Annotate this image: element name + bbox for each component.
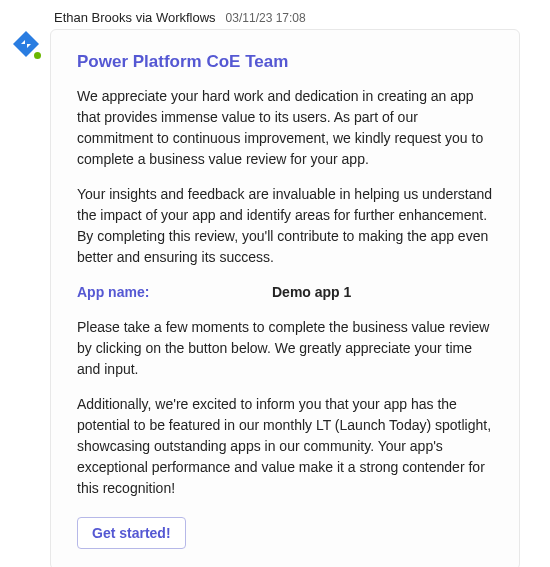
app-name-value: Demo app 1 [272,282,351,303]
card-paragraph: Please take a few moments to complete th… [77,317,493,380]
message-header: Ethan Brooks via Workflows 03/11/23 17:0… [50,10,540,25]
message-timestamp: 03/11/23 17:08 [226,11,306,25]
card-paragraph: Additionally, we're excited to inform yo… [77,394,493,499]
adaptive-card: Power Platform CoE Team We appreciate yo… [50,29,520,567]
message-body: Ethan Brooks via Workflows 03/11/23 17:0… [50,10,540,567]
app-name-label: App name: [77,282,272,303]
presence-available-icon [32,50,43,61]
card-title: Power Platform CoE Team [77,52,493,72]
card-paragraph: Your insights and feedback are invaluabl… [77,184,493,268]
card-paragraph: We appreciate your hard work and dedicat… [77,86,493,170]
get-started-button[interactable]: Get started! [77,517,186,549]
chat-message: Ethan Brooks via Workflows 03/11/23 17:0… [10,10,540,567]
sender-name[interactable]: Ethan Brooks via Workflows [54,10,216,25]
app-name-row: App name: Demo app 1 [77,282,493,303]
avatar[interactable] [10,28,42,60]
